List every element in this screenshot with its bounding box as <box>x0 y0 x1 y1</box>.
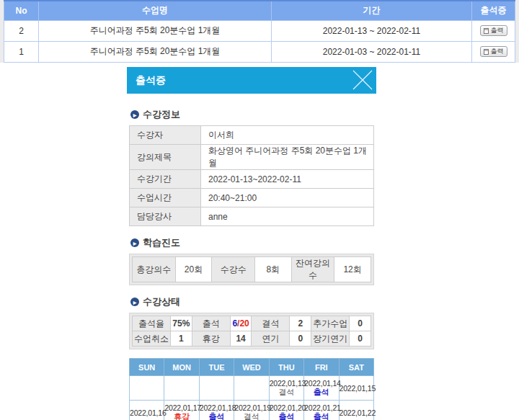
info-label: 수강자 <box>130 126 201 145</box>
cell-period: 2022-01-13 ~ 2022-02-11 <box>272 20 472 41</box>
calendar-day-cell: 2022,01,19결석 <box>234 401 269 420</box>
calendar-day-cell <box>164 376 199 401</box>
calendar-day-cell <box>199 376 234 401</box>
section-title-label: 수강상태 <box>143 295 180 308</box>
info-value: 20:40~21:00 <box>201 189 374 207</box>
calendar-day-header: WED <box>234 359 269 376</box>
status-value: 0 <box>290 331 311 347</box>
calendar-day-cell: 2022,01,20출석 <box>269 401 303 420</box>
progress-value: 12회 <box>334 257 371 282</box>
info-value: 2022-01-13~2022-02-11 <box>201 170 374 189</box>
table-row: 1주니어과정 주5회 20분수업 1개월2022-01-03 ~ 2022-01… <box>4 41 515 62</box>
close-icon[interactable] <box>350 68 375 92</box>
column-header-period: 기간 <box>272 1 472 20</box>
status-value: 0 <box>350 316 371 331</box>
status-value: 0 <box>350 331 371 347</box>
course-info-table: 수강자이서희강의제목화상영어 주니어과정 주5회 20분수업 1개월수강기간20… <box>129 125 374 226</box>
bullet-arrow-icon: ▶ <box>130 238 139 247</box>
calendar-date: 2022,01,19 <box>234 403 268 412</box>
cell-certificate: 출력 <box>472 41 515 62</box>
cell-course-name: 주니어과정 주5회 20분수업 1개월 <box>39 41 272 62</box>
print-button-label: 출력 <box>491 27 504 34</box>
calendar-day-header: SAT <box>339 359 373 376</box>
print-icon <box>484 49 489 55</box>
popup-body: ▶ 수강정보 수강자이서희강의제목화상영어 주니어과정 주5회 20분수업 1개… <box>127 108 376 420</box>
calendar-day-cell: 2022,01,17휴강 <box>164 401 199 420</box>
progress-table: 총강의수20회수강수8회잔여강의수12회 <box>132 256 371 282</box>
calendar-day-header: FRI <box>304 359 339 376</box>
info-label: 수업시간 <box>130 189 201 207</box>
course-list-section: No 수업명 기간 출석증 2주니어과정 주5회 20분수업 1개월2022-0… <box>0 0 519 63</box>
calendar-day-header: MON <box>164 359 199 376</box>
calendar-week-row: 2022,01,13결석2022,01,14출석2022,01,15 <box>130 376 374 401</box>
status-label: 출석율 <box>133 316 171 331</box>
cell-period: 2022-01-03 ~ 2022-01-11 <box>272 41 472 62</box>
status-row: 출석율75%출석6/20결석2추가수업0 <box>133 316 371 331</box>
calendar-status: 출석 <box>304 388 338 397</box>
course-table-header-row: No 수업명 기간 출석증 <box>4 1 515 20</box>
calendar-day-header: TUE <box>199 359 234 376</box>
calendar-day-cell: 2022,01,13결석 <box>269 376 303 401</box>
progress-value: 8회 <box>254 257 291 282</box>
calendar-date: 2022,01,18 <box>200 403 234 412</box>
info-row: 강의제목화상영어 주니어과정 주5회 20분수업 1개월 <box>130 145 374 170</box>
calendar-header-row: SUNMONTUEWEDTHUFRISAT <box>130 359 374 376</box>
info-row: 수업시간20:40~21:00 <box>130 189 374 207</box>
column-header-certificate: 출석증 <box>472 1 515 20</box>
status-value: 14 <box>230 331 252 347</box>
status-label: 결석 <box>252 316 290 331</box>
progress-label: 잔여강의수 <box>291 257 334 282</box>
status-value: 75% <box>170 316 192 331</box>
calendar-day-cell: 2022,01,22 <box>339 401 373 420</box>
section-title-label: 학습진도 <box>143 236 180 249</box>
calendar-status: 결석 <box>234 412 268 420</box>
info-value: 화상영어 주니어과정 주5회 20분수업 1개월 <box>201 145 374 170</box>
print-icon <box>484 28 489 34</box>
print-button[interactable]: 출력 <box>480 46 507 57</box>
calendar-day-cell <box>234 376 269 401</box>
table-row: 2주니어과정 주5회 20분수업 1개월2022-01-13 ~ 2022-02… <box>4 20 515 41</box>
cell-certificate: 출력 <box>472 20 515 41</box>
info-row: 담당강사anne <box>130 207 374 226</box>
calendar-date: 2022,01,17 <box>164 403 198 412</box>
calendar-day-cell <box>130 376 164 401</box>
status-label: 연기 <box>252 331 290 347</box>
column-header-course-name: 수업명 <box>39 1 272 20</box>
calendar-date: 2022,01,16 <box>130 408 164 417</box>
section-title-progress: ▶ 학습진도 <box>130 236 374 249</box>
calendar-date: 2022,01,20 <box>270 403 303 412</box>
status-value-part: /20 <box>237 318 249 329</box>
info-row: 수강자이서희 <box>130 126 374 145</box>
info-row: 수강기간2022-01-13~2022-02-11 <box>130 170 374 189</box>
info-label: 담당강사 <box>130 207 201 226</box>
calendar-day-cell: 2022,01,21출석 <box>304 401 339 420</box>
info-label: 수강기간 <box>130 170 201 189</box>
status-label: 추가수업 <box>311 316 350 331</box>
print-button[interactable]: 출력 <box>480 25 507 36</box>
status-value: 6/20 <box>230 316 252 331</box>
status-value: 2 <box>290 316 311 331</box>
calendar-status: 결석 <box>270 388 303 397</box>
calendar-week-row: 2022,01,162022,01,17휴강2022,01,18출석2022,0… <box>130 401 374 420</box>
progress-label: 총강의수 <box>133 257 176 282</box>
status-label: 수업취소 <box>133 331 171 347</box>
progress-row: 총강의수20회수강수8회잔여강의수12회 <box>133 257 371 282</box>
status-label: 장기연기 <box>311 331 350 347</box>
bullet-arrow-icon: ▶ <box>130 298 139 306</box>
progress-value: 20회 <box>175 257 212 282</box>
status-label: 출석 <box>192 316 230 331</box>
info-label: 강의제목 <box>130 145 201 170</box>
attendance-calendar: SUNMONTUEWEDTHUFRISAT 2022,01,13결석2022,0… <box>129 358 374 420</box>
popup-header: 출석증 <box>127 67 376 94</box>
cell-no: 2 <box>4 20 39 41</box>
section-title-label: 수강정보 <box>143 108 180 121</box>
section-title-course-info: ▶ 수강정보 <box>130 108 374 121</box>
calendar-day-cell: 2022,01,14출석 <box>304 376 339 401</box>
status-value: 1 <box>170 331 192 347</box>
calendar-status: 출석 <box>270 412 303 420</box>
section-title-status: ▶ 수강상태 <box>130 295 374 308</box>
calendar-day-cell: 2022,01,15 <box>339 376 373 401</box>
status-frame: 출석율75%출석6/20결석2추가수업0수업취소1휴강14연기0장기연기0 <box>129 313 374 349</box>
calendar-day-cell: 2022,01,16 <box>130 401 164 420</box>
status-label: 휴강 <box>192 331 230 347</box>
